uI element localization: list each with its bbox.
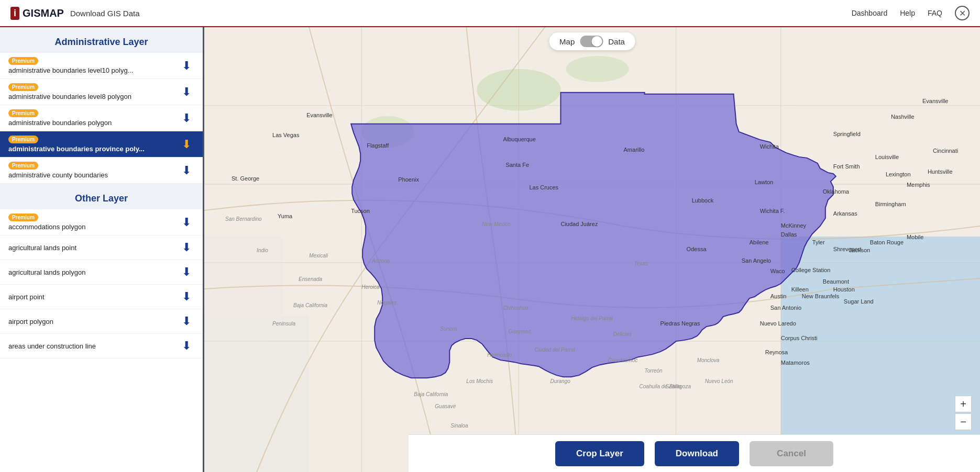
header-nav: Dashboard Help FAQ ✕ xyxy=(852,6,970,20)
layer-name: administrative boundaries province poly.… xyxy=(8,145,145,153)
map-area: Map Data xyxy=(204,27,980,472)
svg-text:Jackson: Jackson xyxy=(849,247,870,253)
download-button[interactable]: ⬇ xyxy=(179,137,194,152)
download-button[interactable]: ⬇ xyxy=(179,215,194,230)
page-title: Download GIS Data xyxy=(70,9,140,18)
svg-text:Evansville: Evansville xyxy=(306,112,333,118)
layer-name: agricultural lands point xyxy=(8,244,76,252)
list-item[interactable]: Premium administrative boundaries polygo… xyxy=(0,105,203,131)
svg-text:San Angelo: San Angelo xyxy=(742,257,771,264)
list-item[interactable]: Premium administrative boundaries level8… xyxy=(0,79,203,105)
svg-text:Durango: Durango xyxy=(550,378,570,384)
svg-text:New Mexico: New Mexico xyxy=(482,221,511,227)
svg-text:Las Cruces: Las Cruces xyxy=(529,184,558,190)
cancel-button[interactable]: Cancel xyxy=(750,441,833,466)
list-item[interactable]: agricultural lands point ⬇ xyxy=(0,235,203,260)
download-button[interactable]: ⬇ xyxy=(179,58,194,74)
download-button[interactable]: ⬇ xyxy=(179,313,194,329)
list-item[interactable]: Premium accommodations polygon ⬇ xyxy=(0,209,203,235)
toggle-thumb xyxy=(591,36,602,47)
layer-name: administrative boundaries level10 polyg.… xyxy=(8,66,133,74)
zoom-out-button[interactable]: − xyxy=(955,413,972,430)
svg-text:Los Mochis: Los Mochis xyxy=(466,378,493,384)
download-button[interactable]: ⬇ xyxy=(179,110,194,126)
svg-text:Flagstaff: Flagstaff xyxy=(367,142,389,149)
layer-item-left: agricultural lands polygon xyxy=(8,268,85,276)
download-icon: ⬇ xyxy=(182,164,191,177)
premium-badge: Premium xyxy=(8,136,38,143)
other-section-title: Other Layer xyxy=(0,184,203,209)
svg-text:College Station: College Station xyxy=(791,267,831,273)
svg-text:Indio: Indio xyxy=(257,248,268,253)
svg-text:Torreón: Torreón xyxy=(645,368,663,374)
header-left: i GISMAP Download GIS Data xyxy=(10,7,140,20)
download-button[interactable]: ⬇ xyxy=(179,163,194,178)
map-data-toggle[interactable] xyxy=(580,36,603,47)
list-item[interactable]: Premium administrative boundaries level1… xyxy=(0,53,203,79)
svg-text:San Bernardino: San Bernardino xyxy=(225,216,262,222)
map-svg: Las Vegas Flagstaff Phoenix Tucson Yuma … xyxy=(204,27,980,472)
svg-text:Guaymas: Guaymas xyxy=(508,329,531,334)
download-icon: ⬇ xyxy=(182,339,191,352)
nav-help[interactable]: Help xyxy=(900,9,915,17)
svg-text:Sugar Land: Sugar Land xyxy=(844,298,874,305)
svg-text:Peninsula: Peninsula xyxy=(272,321,295,327)
download-button[interactable]: Download xyxy=(655,441,739,466)
zoom-out-icon: − xyxy=(960,416,966,428)
svg-text:Birmingham: Birmingham xyxy=(875,201,906,207)
list-item[interactable]: airport point ⬇ xyxy=(0,285,203,309)
crop-layer-button[interactable]: Crop Layer xyxy=(555,441,644,466)
nav-faq[interactable]: FAQ xyxy=(928,9,942,17)
nav-dashboard[interactable]: Dashboard xyxy=(852,9,888,17)
zoom-controls: + − xyxy=(955,396,972,430)
logo-icon: i xyxy=(10,7,19,20)
svg-text:Chihuahua: Chihuahua xyxy=(503,305,528,311)
download-icon: ⬇ xyxy=(182,241,191,254)
svg-text:Heroica: Heroica xyxy=(361,284,380,290)
svg-text:Sinaloa: Sinaloa xyxy=(450,423,468,429)
svg-text:Killeen: Killeen xyxy=(791,286,809,293)
svg-text:Cincinnati: Cincinnati xyxy=(933,148,958,154)
download-icon: ⬇ xyxy=(182,314,191,328)
zoom-in-icon: + xyxy=(960,398,966,410)
svg-text:Austin: Austin xyxy=(770,293,787,299)
list-item[interactable]: areas under construction line ⬇ xyxy=(0,334,203,358)
layer-item-left: Premium administrative boundaries level1… xyxy=(8,57,133,74)
svg-text:Evansville: Evansville xyxy=(922,98,949,104)
svg-text:Texas: Texas xyxy=(634,261,648,266)
layer-item-left: Premium administrative boundaries provin… xyxy=(8,136,145,153)
download-button[interactable]: ⬇ xyxy=(179,338,194,354)
download-button[interactable]: ⬇ xyxy=(179,84,194,100)
map-toggle-bar: Map Data xyxy=(549,32,635,50)
svg-text:Mobile: Mobile xyxy=(907,234,923,240)
list-item[interactable]: Premium administrative county boundaries… xyxy=(0,158,203,184)
svg-text:McKinney: McKinney xyxy=(781,222,807,229)
svg-text:Nuevo León: Nuevo León xyxy=(705,378,733,384)
layer-item-left: Premium accommodations polygon xyxy=(8,213,85,231)
download-button[interactable]: ⬇ xyxy=(179,240,194,255)
zoom-in-button[interactable]: + xyxy=(955,396,972,412)
premium-badge: Premium xyxy=(8,109,38,117)
svg-text:Huntsville: Huntsville xyxy=(928,168,953,175)
list-item[interactable]: Premium administrative boundaries provin… xyxy=(0,131,203,158)
svg-text:Santa Fe: Santa Fe xyxy=(505,162,529,168)
logo: i GISMAP xyxy=(10,7,64,20)
svg-text:Lexington: Lexington xyxy=(886,171,911,177)
svg-text:Springfield: Springfield xyxy=(833,131,861,137)
download-button[interactable]: ⬇ xyxy=(179,289,194,305)
list-item[interactable]: agricultural lands polygon ⬇ xyxy=(0,260,203,285)
svg-text:Baton Rouge: Baton Rouge xyxy=(870,239,904,245)
svg-text:Arkansas: Arkansas xyxy=(833,210,857,217)
svg-text:Albuquerque: Albuquerque xyxy=(503,136,535,142)
svg-text:Baja California: Baja California xyxy=(293,302,327,308)
list-item[interactable]: airport polygon ⬇ xyxy=(0,309,203,334)
download-icon: ⬇ xyxy=(182,290,191,303)
svg-text:Matamoros: Matamoros xyxy=(781,359,810,366)
layer-name: administrative boundaries polygon xyxy=(8,119,112,127)
close-button[interactable]: ✕ xyxy=(955,6,970,20)
svg-text:Nashville: Nashville xyxy=(891,114,915,120)
download-button[interactable]: ⬇ xyxy=(179,264,194,280)
admin-section-title: Administrative Layer xyxy=(0,27,203,53)
layer-item-left: agricultural lands point xyxy=(8,244,76,252)
logo-text: GISMAP xyxy=(23,7,64,19)
